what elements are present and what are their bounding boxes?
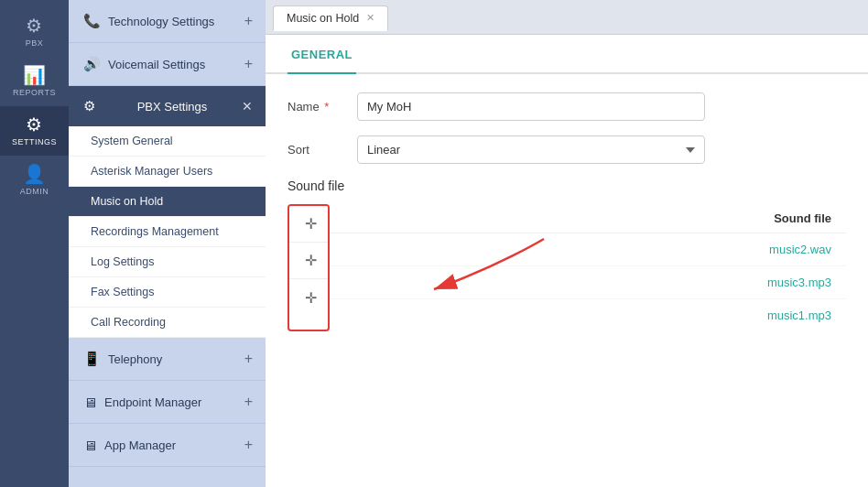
name-input[interactable]	[357, 92, 705, 121]
voicemail-expand-icon: +	[244, 56, 253, 72]
sidebar-item-pbx[interactable]: ⚙ PBX	[0, 7, 69, 57]
admin-label: ADMIN	[20, 187, 49, 196]
app-manager-expand-icon: +	[244, 437, 253, 453]
nav-section-app-manager: 🖥 App Manager +	[69, 424, 266, 467]
submenu-fax-settings[interactable]: Fax Settings	[69, 277, 266, 308]
sound-table-container: ✛ ✛ ✛ Sound file music2.wav	[288, 204, 846, 331]
endpoint-manager-title: Endpoint Manager	[104, 395, 244, 409]
name-label: Name *	[288, 100, 342, 114]
endpoint-icon: 🖥	[83, 395, 97, 410]
table-row: music1.mp3	[330, 299, 846, 332]
nav-sidebar: 📞 Technology Settings + 🔊 Voicemail Sett…	[69, 0, 266, 487]
app-manager-title: App Manager	[104, 438, 244, 452]
settings-icon: ⚙	[26, 115, 43, 134]
sidebar-item-reports[interactable]: 📊 REPORTS	[0, 57, 69, 106]
settings-label: SETTINGS	[12, 137, 57, 146]
nav-section-technology: 📞 Technology Settings +	[69, 0, 266, 43]
pbx-submenu: System General Asterisk Manager Users Mu…	[69, 126, 266, 338]
tab-bar: Music on Hold ✕	[266, 0, 868, 35]
sound-file-2: music3.mp3	[330, 266, 846, 299]
sound-file-1: music2.wav	[330, 233, 846, 266]
pbx-settings-icon: ⚙	[83, 98, 95, 114]
content-area: GENERAL Name * Sort Linear Random Shuffl…	[266, 35, 868, 487]
sort-label: Sort	[288, 143, 342, 157]
form-row-name: Name *	[288, 92, 846, 121]
reports-icon: 📊	[23, 66, 47, 84]
nav-section-pbx-settings: ⚙ PBX Settings ✕ System General Asterisk…	[69, 86, 266, 338]
pbx-settings-close-icon[interactable]: ✕	[242, 99, 253, 114]
tab-general[interactable]: GENERAL	[288, 37, 356, 74]
submenu-recordings-management[interactable]: Recordings Management	[69, 217, 266, 247]
submenu-call-recording[interactable]: Call Recording	[69, 308, 266, 338]
tab-music-on-hold[interactable]: Music on Hold ✕	[273, 5, 388, 31]
pbx-settings-header[interactable]: ⚙ PBX Settings ✕	[69, 86, 266, 126]
nav-section-endpoint-manager: 🖥 Endpoint Manager +	[69, 381, 266, 424]
sound-file-header: Sound file	[330, 204, 846, 233]
sound-file-section: Sound file ✛ ✛ ✛	[266, 179, 868, 331]
app-manager-header[interactable]: 🖥 App Manager +	[69, 424, 266, 467]
endpoint-expand-icon: +	[244, 394, 253, 410]
technology-settings-header[interactable]: 📞 Technology Settings +	[69, 0, 266, 43]
drag-handle-1[interactable]: ✛	[289, 206, 330, 243]
telephony-title: Telephony	[108, 352, 244, 366]
submenu-music-on-hold[interactable]: Music on Hold	[69, 187, 266, 217]
submenu-asterisk-manager-users[interactable]: Asterisk Manager Users	[69, 157, 266, 187]
app-manager-icon: 🖥	[83, 438, 97, 453]
sidebar-item-admin[interactable]: 👤 ADMIN	[0, 156, 69, 205]
tab-music-on-hold-label: Music on Hold	[287, 12, 359, 25]
technology-expand-icon: +	[244, 13, 253, 29]
sidebar-item-settings[interactable]: ⚙ SETTINGS	[0, 106, 69, 156]
pbx-icon: ⚙	[26, 16, 43, 35]
table-row: music3.mp3	[330, 266, 846, 299]
drag-handle-3[interactable]: ✛	[289, 279, 330, 316]
reports-label: REPORTS	[13, 88, 56, 97]
pbx-label: PBX	[26, 38, 44, 48]
sound-file-title: Sound file	[288, 179, 846, 193]
voicemail-settings-title: Voicemail Settings	[108, 58, 244, 71]
form-section: Name * Sort Linear Random Shuffle	[266, 92, 868, 164]
content-tabs: GENERAL	[266, 35, 868, 74]
main-content: Music on Hold ✕ GENERAL Name * Sort Line…	[266, 0, 868, 487]
telephony-expand-icon: +	[244, 351, 253, 367]
table-row: music2.wav	[330, 233, 846, 266]
submenu-system-general[interactable]: System General	[69, 126, 266, 157]
nav-section-telephony: 📱 Telephony +	[69, 338, 266, 381]
icon-sidebar: ⚙ PBX 📊 REPORTS ⚙ SETTINGS 👤 ADMIN	[0, 0, 69, 487]
sort-select[interactable]: Linear Random Shuffle	[357, 135, 705, 164]
pbx-settings-title: PBX Settings	[137, 100, 208, 114]
sound-file-3: music1.mp3	[330, 299, 846, 332]
telephony-header[interactable]: 📱 Telephony +	[69, 338, 266, 381]
voicemail-settings-header[interactable]: 🔊 Voicemail Settings +	[69, 43, 266, 86]
nav-section-voicemail: 🔊 Voicemail Settings +	[69, 43, 266, 86]
technology-settings-title: Technology Settings	[108, 15, 244, 28]
submenu-log-settings[interactable]: Log Settings	[69, 247, 266, 277]
required-star: *	[321, 100, 330, 114]
sound-table: Sound file music2.wav music3.mp3 music1.…	[330, 204, 846, 331]
voicemail-icon: 🔊	[83, 56, 101, 72]
tab-close-icon[interactable]: ✕	[366, 12, 374, 24]
admin-icon: 👤	[23, 165, 47, 183]
telephone-icon: 📞	[83, 13, 101, 29]
telephony-icon: 📱	[83, 351, 101, 367]
endpoint-manager-header[interactable]: 🖥 Endpoint Manager +	[69, 381, 266, 424]
form-row-sort: Sort Linear Random Shuffle	[288, 135, 846, 164]
drag-handle-2[interactable]: ✛	[289, 243, 330, 279]
drag-column: ✛ ✛ ✛	[288, 204, 330, 331]
